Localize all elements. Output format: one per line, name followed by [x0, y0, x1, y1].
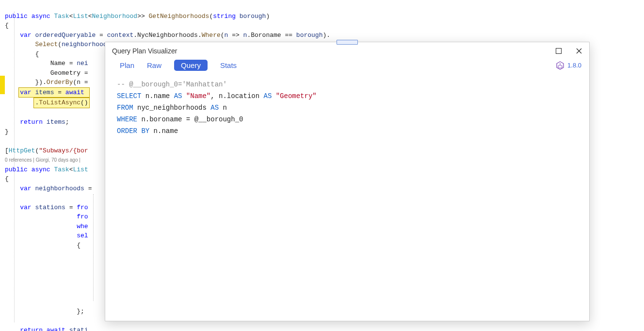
version-badge: 1.8.0 — [556, 61, 581, 70]
code-line — [5, 270, 9, 277]
code-line-highlighted: var items = await — [5, 89, 90, 96]
close-button[interactable] — [576, 48, 582, 54]
popup-tabs: Plan Raw Query Stats 1.8.0 — [105, 58, 589, 75]
query-plan-visualizer-window: Query Plan Visualizer Plan Raw Query Sta… — [105, 42, 590, 321]
tab-query[interactable]: Query — [174, 60, 208, 71]
code-line — [5, 261, 9, 268]
code-line: fro — [5, 213, 88, 220]
code-line: var stations = fro — [5, 204, 88, 211]
code-line: } — [5, 128, 9, 135]
close-icon — [576, 48, 582, 54]
code-line: var neighborhoods = — [5, 185, 92, 192]
svg-rect-0 — [556, 49, 562, 54]
code-line: sel — [5, 232, 88, 239]
code-line — [5, 251, 9, 258]
tab-plan[interactable]: Plan — [120, 61, 134, 69]
code-line-highlighted: .ToListAsync() — [5, 99, 90, 106]
code-line: { — [5, 50, 39, 58]
code-line: { — [5, 22, 9, 29]
codelens-info[interactable]: 0 references | Giorgi, 70 days ago | — [5, 157, 82, 163]
code-line — [5, 137, 9, 145]
tab-raw[interactable]: Raw — [147, 61, 161, 69]
code-line: whe — [5, 223, 88, 230]
code-line — [5, 289, 9, 296]
version-text: 1.8.0 — [567, 62, 581, 69]
drag-handle[interactable] — [337, 40, 358, 45]
hexagon-icon — [556, 61, 564, 70]
code-line: Name = nei — [5, 60, 88, 67]
code-line: return await stati — [5, 327, 88, 331]
code-line: public async Task<List — [5, 166, 88, 173]
svg-point-4 — [560, 63, 561, 64]
code-line — [5, 317, 9, 325]
tab-stats[interactable]: Stats — [220, 61, 237, 69]
popup-title: Query Plan Visualizer — [112, 47, 555, 55]
code-line: [HttpGet("Subways/{bor — [5, 147, 88, 154]
sql-query-body[interactable]: -- @__borough_0='Manhattan' SELECT n.nam… — [105, 75, 589, 141]
code-line: var orderedQueryable = context.NycNeighb… — [5, 32, 330, 39]
code-line — [5, 194, 9, 201]
code-line — [5, 280, 9, 287]
square-icon — [556, 48, 562, 54]
code-line — [5, 298, 9, 306]
maximize-button[interactable] — [555, 48, 562, 54]
code-line: { — [5, 175, 9, 182]
code-line: { — [5, 242, 80, 249]
code-line: return items; — [5, 118, 69, 126]
code-line: }; — [5, 308, 84, 315]
code-line: }).OrderBy(n = — [5, 79, 88, 86]
code-line: Geometry = — [5, 69, 88, 77]
svg-rect-5 — [558, 66, 562, 68]
code-line — [5, 109, 9, 116]
code-line: public async Task<List<Neighborhood>> Ge… — [5, 13, 270, 20]
